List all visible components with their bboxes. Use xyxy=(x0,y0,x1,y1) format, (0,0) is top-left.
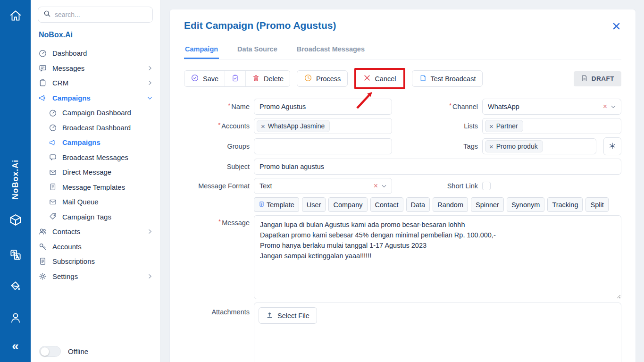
sidebar-item-crm[interactable]: CRM xyxy=(38,76,153,91)
campaign-form: Name Channel WhatsApp × Accounts × Whats… xyxy=(184,99,621,362)
chip-remove-icon[interactable]: × xyxy=(489,122,493,130)
sidebar-item-campaign-tags[interactable]: Campaign Tags xyxy=(38,210,153,225)
process-button[interactable]: Process xyxy=(297,70,348,87)
form-row-accounts-lists: Accounts × WhatsApp Jasmine Lists × Part… xyxy=(184,118,621,134)
name-field[interactable] xyxy=(254,99,392,115)
short-link-checkbox[interactable] xyxy=(482,182,491,190)
tab-data-source[interactable]: Data Source xyxy=(236,42,278,59)
save-button[interactable]: Save xyxy=(184,71,225,86)
chevron-right-icon xyxy=(147,80,153,86)
tab-campaign[interactable]: Campaign xyxy=(184,42,219,59)
sidebar-item-accounts[interactable]: Accounts xyxy=(38,239,153,254)
groups-field[interactable] xyxy=(254,138,392,154)
tab-bar: Campaign Data Source Broadcast Messages xyxy=(184,42,621,59)
insert-template-button[interactable]: Template xyxy=(254,197,299,212)
rail-brand-vertical: NoBox.Ai xyxy=(0,142,31,217)
insert-spinner-button[interactable]: Spinner xyxy=(471,197,504,212)
delete-button[interactable]: Delete xyxy=(245,71,290,86)
chip-remove-icon[interactable]: × xyxy=(489,143,493,151)
sidebar-item-dashboard[interactable]: Dashboard xyxy=(38,46,153,61)
insert-tracking-button[interactable]: Tracking xyxy=(547,197,583,212)
insert-contact-button[interactable]: Contact xyxy=(370,197,403,212)
document-icon xyxy=(48,182,58,192)
insert-user-button[interactable]: User xyxy=(302,197,326,212)
message-format-select[interactable]: Text × xyxy=(254,178,392,194)
clear-icon[interactable]: × xyxy=(371,182,381,190)
translate-icon[interactable] xyxy=(8,248,23,262)
people-icon xyxy=(38,227,47,236)
broadcast-page-icon xyxy=(419,74,427,84)
collapse-sidebar-icon[interactable]: « xyxy=(12,339,18,354)
channel-value: WhatsApp xyxy=(488,103,600,110)
annotation-box: Cancel xyxy=(354,68,405,89)
home-icon[interactable] xyxy=(8,8,23,23)
key-icon xyxy=(38,242,47,251)
paint-icon[interactable] xyxy=(8,279,23,294)
megaphone-icon xyxy=(48,138,58,147)
sidebar-item-contacts[interactable]: Contacts xyxy=(38,224,153,239)
account-chip: × WhatsApp Jasmine xyxy=(257,120,330,132)
lists-field[interactable]: × Partner xyxy=(482,118,621,134)
sidebar-item-subscriptions[interactable]: Subscriptions xyxy=(38,254,153,269)
megaphone-icon xyxy=(38,93,47,102)
select-file-button[interactable]: Select File xyxy=(259,307,317,324)
sidebar-item-campaigns[interactable]: Campaigns xyxy=(38,91,153,106)
sidebar-item-label: Accounts xyxy=(52,243,82,251)
x-icon xyxy=(363,74,371,83)
insert-random-button[interactable]: Random xyxy=(433,197,468,212)
sidebar-item-direct-message[interactable]: Direct Message xyxy=(38,165,153,180)
insert-data-button[interactable]: Data xyxy=(406,197,430,212)
test-broadcast-button[interactable]: Test Broadcast xyxy=(412,70,483,87)
sidebar-item-label: Campaigns xyxy=(52,94,91,102)
sidebar-item-label: Campaign Tags xyxy=(62,213,111,221)
sidebar-item-broadcast-dashboard[interactable]: Broadcast Dashboard xyxy=(38,120,153,135)
chevron-down-icon xyxy=(147,95,153,101)
user-icon[interactable] xyxy=(8,311,23,325)
chip-label: WhatsApp Jasmine xyxy=(268,122,325,130)
save-as-template-button[interactable] xyxy=(225,71,245,86)
offline-toggle[interactable] xyxy=(39,346,61,357)
template-doc-icon xyxy=(259,201,265,209)
sidebar-item-broadcast-messages[interactable]: Broadcast Messages xyxy=(38,150,153,165)
sidebar-brand: NoBox.Ai xyxy=(39,31,153,39)
tags-field[interactable]: × Promo produk xyxy=(482,138,596,154)
message-field[interactable]: Jangan lupa di bulan Agustus kami ada pr… xyxy=(254,215,621,299)
search-box[interactable] xyxy=(38,7,153,23)
short-link-label: Short Link xyxy=(411,182,482,190)
search-input[interactable] xyxy=(55,11,147,18)
trash-icon xyxy=(252,74,260,84)
sidebar: NoBox.Ai Dashboard Messages CRM Campaign… xyxy=(31,0,160,362)
clock-icon xyxy=(304,74,312,84)
toggle-knob xyxy=(41,347,49,356)
toolbar: Save Delete Process Cancel xyxy=(184,68,621,89)
subject-field[interactable] xyxy=(254,159,621,175)
sidebar-item-message-templates[interactable]: Message Templates xyxy=(38,180,153,195)
channel-select[interactable]: WhatsApp × xyxy=(482,99,621,115)
sidebar-item-settings[interactable]: Settings xyxy=(38,269,153,284)
chevron-down-icon[interactable] xyxy=(610,103,617,110)
sidebar-item-mail-queue[interactable]: Mail Queue xyxy=(38,194,153,210)
accounts-field[interactable]: × WhatsApp Jasmine xyxy=(254,118,392,134)
tag-wildcard-button[interactable] xyxy=(603,137,621,155)
chip-remove-icon[interactable]: × xyxy=(261,122,265,130)
insert-split-button[interactable]: Split xyxy=(585,197,608,212)
cancel-button[interactable]: Cancel xyxy=(357,70,402,87)
sidebar-item-campaigns-sub[interactable]: Campaigns xyxy=(38,135,153,150)
status-badge: DRAFT xyxy=(574,71,621,86)
name-label: Name xyxy=(184,103,254,110)
attachments-dropzone[interactable]: Select File xyxy=(254,303,621,362)
cube-icon[interactable] xyxy=(8,212,23,227)
page-title: Edit Campaign (Promo Agustus) xyxy=(184,20,621,31)
sidebar-item-messages[interactable]: Messages xyxy=(38,61,153,76)
insert-synonym-button[interactable]: Synonym xyxy=(507,197,544,212)
sidebar-item-campaign-dashboard[interactable]: Campaign Dashboard xyxy=(38,105,153,120)
close-icon[interactable] xyxy=(611,21,621,31)
clear-icon[interactable]: × xyxy=(600,102,610,111)
chevron-down-icon[interactable] xyxy=(381,183,387,189)
save-label: Save xyxy=(203,75,218,83)
channel-label: Channel xyxy=(411,103,482,110)
sidebar-item-label: Broadcast Messages xyxy=(62,153,128,161)
tab-broadcast-messages[interactable]: Broadcast Messages xyxy=(296,42,366,59)
insert-company-button[interactable]: Company xyxy=(328,197,367,212)
accounts-label: Accounts xyxy=(184,122,254,130)
